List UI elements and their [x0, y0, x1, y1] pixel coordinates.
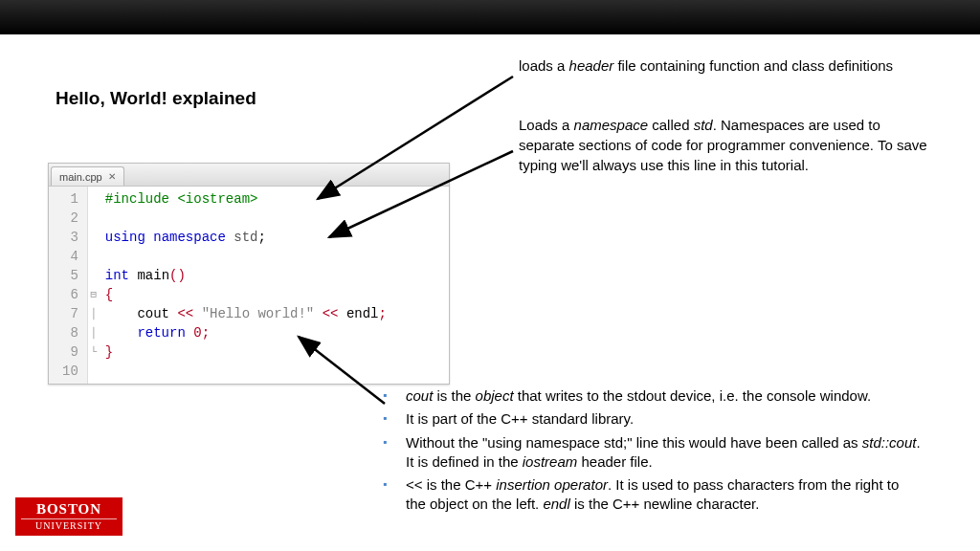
- bullet-list: cout is the object that writes to the st…: [377, 386, 923, 518]
- logo-line2: UNIVERSITY: [21, 518, 117, 531]
- close-icon[interactable]: ✕: [108, 171, 116, 182]
- slide-title: Hello, World! explained: [56, 88, 256, 109]
- code-area: 12345678910 ⊟││└ #include <iostream> usi…: [49, 187, 449, 384]
- bullet-item: Without the "using namespace std;" line …: [377, 433, 923, 473]
- boston-university-logo: BOSTON UNIVERSITY: [15, 497, 122, 536]
- annotation-header: loads a header file containing function …: [519, 55, 930, 76]
- bullet-item: << is the C++ insertion operator. It is …: [377, 475, 923, 515]
- editor-tabbar: main.cpp ✕: [49, 164, 449, 187]
- line-gutter: 12345678910: [49, 187, 88, 384]
- bullet-item: cout is the object that writes to the st…: [377, 386, 923, 406]
- logo-line1: BOSTON: [15, 502, 122, 517]
- annotation-namespace: Loads a namespace called std. Namespaces…: [519, 115, 940, 175]
- fold-column: ⊟││└: [88, 187, 100, 384]
- bullet-item: It is part of the C++ standard library.: [377, 409, 923, 429]
- top-bar: [0, 0, 980, 34]
- code-lines: #include <iostream> using namespace std;…: [100, 187, 392, 384]
- code-editor: main.cpp ✕ 12345678910 ⊟││└ #include <io…: [48, 163, 450, 385]
- editor-tab[interactable]: main.cpp ✕: [51, 166, 124, 186]
- tab-label: main.cpp: [59, 171, 102, 183]
